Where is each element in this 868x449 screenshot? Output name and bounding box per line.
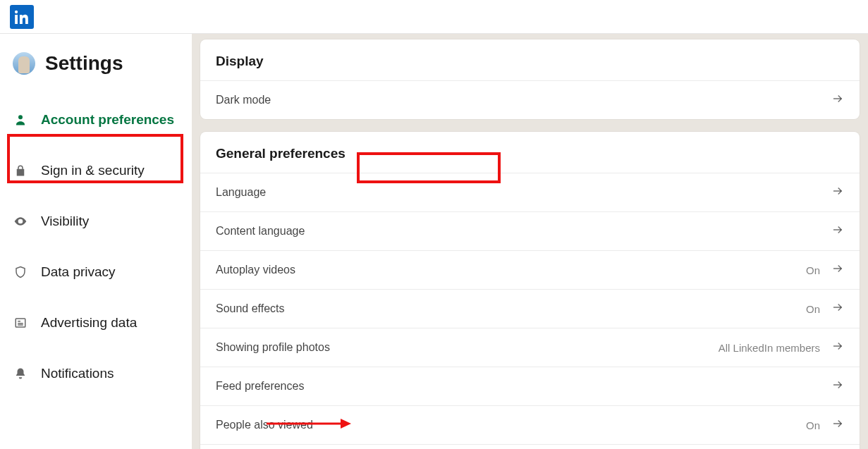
sidebar-item-notifications[interactable]: Notifications bbox=[0, 348, 192, 399]
row-label: Language bbox=[216, 186, 266, 199]
sidebar-item-visibility[interactable]: Visibility bbox=[0, 196, 192, 247]
row-language[interactable]: Language bbox=[200, 173, 860, 211]
svg-point-0 bbox=[18, 115, 23, 119]
arrow-right-icon bbox=[831, 340, 844, 355]
display-section: Display Dark mode bbox=[200, 39, 860, 119]
sidebar-item-advertising-data[interactable]: Advertising data bbox=[0, 297, 192, 348]
row-label: Sound effects bbox=[216, 302, 285, 315]
general-preferences-section: General preferences Language Content lan… bbox=[200, 132, 860, 449]
sidebar-item-data-privacy[interactable]: Data privacy bbox=[0, 247, 192, 297]
sidebar-item-label: Account preferences bbox=[41, 112, 174, 128]
shield-icon bbox=[13, 266, 28, 278]
row-autoplay-videos[interactable]: Autoplay videos On bbox=[200, 250, 860, 289]
sidebar-item-label: Sign in & security bbox=[41, 163, 145, 178]
arrow-right-icon bbox=[831, 301, 844, 316]
row-label: Showing profile photos bbox=[216, 341, 330, 354]
row-people-also-viewed[interactable]: People also viewed On bbox=[200, 405, 860, 444]
row-sound-effects[interactable]: Sound effects On bbox=[200, 289, 860, 328]
sidebar-item-signin-security[interactable]: Sign in & security bbox=[0, 145, 192, 196]
sidebar-item-account-preferences[interactable]: Account preferences bbox=[0, 94, 192, 145]
arrow-right-icon bbox=[831, 223, 844, 239]
bell-icon bbox=[13, 367, 28, 380]
row-value: On bbox=[806, 264, 820, 276]
news-icon bbox=[13, 316, 28, 329]
row-value: On bbox=[806, 419, 820, 431]
sidebar-item-label: Notifications bbox=[41, 366, 114, 381]
section-title-display: Display bbox=[200, 39, 860, 80]
sidebar-item-label: Visibility bbox=[41, 214, 89, 229]
row-label: Content language bbox=[216, 225, 305, 238]
topbar bbox=[0, 0, 868, 34]
arrow-right-icon bbox=[831, 417, 844, 433]
row-showing-profile-photos[interactable]: Showing profile photos All LinkedIn memb… bbox=[200, 328, 860, 367]
linkedin-icon bbox=[15, 10, 29, 24]
arrow-right-icon bbox=[831, 92, 844, 108]
row-value: All LinkedIn members bbox=[719, 342, 820, 354]
row-value: On bbox=[806, 303, 820, 315]
eye-icon bbox=[13, 214, 28, 228]
row-label: Feed preferences bbox=[216, 380, 304, 393]
settings-header: Settings bbox=[0, 52, 192, 94]
row-feed-preferences[interactable]: Feed preferences bbox=[200, 367, 860, 405]
row-label: People also viewed bbox=[216, 419, 313, 431]
lock-icon bbox=[13, 164, 28, 177]
avatar[interactable] bbox=[13, 52, 35, 75]
arrow-right-icon bbox=[831, 379, 844, 394]
row-content-language[interactable]: Content language bbox=[200, 211, 860, 250]
page-title: Settings bbox=[45, 52, 123, 75]
sidebar-item-label: Data privacy bbox=[41, 264, 116, 280]
arrow-right-icon bbox=[831, 262, 844, 278]
row-label: Dark mode bbox=[216, 94, 271, 106]
row-dark-mode[interactable]: Dark mode bbox=[200, 80, 860, 119]
linkedin-logo[interactable] bbox=[10, 5, 34, 29]
section-title-general: General preferences bbox=[200, 132, 860, 173]
arrow-right-icon bbox=[831, 185, 844, 200]
row-people-you-unfollowed[interactable]: People you unfollowed bbox=[200, 444, 860, 449]
settings-sidebar: Settings Account preferences Sign in & s… bbox=[0, 34, 192, 449]
row-label: Autoplay videos bbox=[216, 264, 295, 276]
sidebar-item-label: Advertising data bbox=[41, 315, 137, 331]
person-icon bbox=[13, 113, 28, 126]
settings-content: Display Dark mode General preferences La… bbox=[192, 34, 868, 449]
